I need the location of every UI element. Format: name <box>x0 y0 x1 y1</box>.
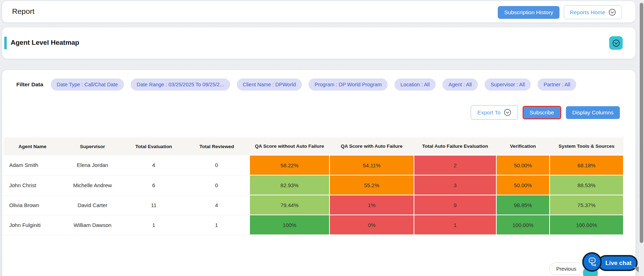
column-header: Total Reviewed <box>184 137 250 155</box>
top-bar: Report Subscription History Reports Home <box>2 1 635 22</box>
filter-chip-3[interactable]: Program : DP World Program <box>309 79 388 91</box>
display-columns-button[interactable]: Display Columns <box>566 106 620 119</box>
total-evaluation-cell: 4 <box>124 155 184 175</box>
column-header: System Tools & Sources <box>550 137 623 155</box>
heatmap-cell: 82.93% <box>250 175 329 195</box>
column-header: Total Evaluation <box>124 137 184 155</box>
chevron-down-circle-icon <box>612 39 620 47</box>
column-header: Total Auto Failure Evaluation <box>414 137 496 155</box>
subscribe-button[interactable]: Subscribe <box>524 107 560 118</box>
table-toolbar: Export To Subscribe Display Columns <box>471 105 620 120</box>
filter-chip-6[interactable]: Supervisor : All <box>485 79 531 91</box>
heatmap-cell: 50.00% <box>496 175 550 195</box>
filter-chip-7[interactable]: Partner : All <box>537 79 576 91</box>
filter-chips: Date Type : Call/Chat DateDate Range : 0… <box>51 79 576 91</box>
table-row: John FulginitiWilliam Dawson11100%0%1100… <box>4 215 623 235</box>
heatmap-cell: 58.22% <box>250 155 329 175</box>
subscription-history-button[interactable]: Subscription History <box>498 6 560 19</box>
reports-home-button[interactable]: Reports Home <box>564 5 622 19</box>
table-row: John ChristMichelle Andrew6082.93%55.2%3… <box>4 175 623 195</box>
export-to-button[interactable]: Export To <box>471 105 518 120</box>
live-chat-pill: Live chat <box>598 255 638 271</box>
heatmap-cell: 1 <box>414 215 496 235</box>
chat-bubble-icon <box>587 257 597 267</box>
filter-chip-4[interactable]: Location : All <box>394 79 436 91</box>
subscribe-highlight-box: Subscribe <box>523 106 561 119</box>
supervisor-cell: David Carter <box>61 195 124 215</box>
heatmap-cell: 75.37% <box>550 195 623 215</box>
section-header: Agent Level Heatmap <box>2 27 635 59</box>
heatmap-cell: 0% <box>329 215 414 235</box>
agent-name-cell: John Fulginiti <box>4 215 61 235</box>
heatmap-cell: 2 <box>414 155 496 175</box>
live-chat-button[interactable] <box>582 252 602 272</box>
live-chat-label: Live chat <box>605 260 632 267</box>
previous-page-button[interactable]: Previous <box>549 263 583 275</box>
total-reviewed-cell: 1 <box>184 215 250 235</box>
section-title: Agent Level Heatmap <box>11 39 79 47</box>
total-evaluation-cell: 6 <box>124 175 184 195</box>
chevron-down-circle-icon <box>608 9 616 16</box>
filter-chip-0[interactable]: Date Type : Call/Chat Date <box>51 79 124 91</box>
column-header: Supervisor <box>61 137 124 155</box>
heatmap-cell: 100.00% <box>496 215 550 235</box>
column-header: Agent Name <box>4 137 61 155</box>
total-evaluation-cell: 11 <box>124 195 184 215</box>
filter-row: Filter Data Date Type : Call/Chat DateDa… <box>16 79 621 91</box>
heatmap-cell: 3 <box>414 175 496 195</box>
live-chat-widget[interactable]: Live chat <box>582 252 638 273</box>
column-header: Verification <box>496 137 550 155</box>
heatmap-cell: 1% <box>329 195 414 215</box>
supervisor-cell: Elena Jordan <box>61 155 124 175</box>
total-reviewed-cell: 0 <box>184 155 250 175</box>
chevron-down-circle-icon <box>504 109 511 116</box>
heatmap-cell: 100.00% <box>550 215 623 235</box>
column-header: QA Score without Auto Failure <box>250 137 329 155</box>
top-actions: Subscription History Reports Home <box>498 5 622 19</box>
section-accent-bar <box>4 37 7 49</box>
table-row: Adam SmithElena Jordan4058.22%54.11%250.… <box>4 155 623 175</box>
table-header-row: Agent NameSupervisorTotal EvaluationTota… <box>4 137 623 155</box>
heatmap-cell: 100% <box>250 215 329 235</box>
agent-name-cell: John Christ <box>4 175 61 195</box>
filter-chip-5[interactable]: Agent : All <box>442 79 477 91</box>
agent-heatmap-table: Agent NameSupervisorTotal EvaluationTota… <box>4 137 624 235</box>
filter-chip-2[interactable]: Client Name : DPWorld <box>237 79 302 91</box>
heatmap-cell: 88.53% <box>550 175 623 195</box>
table-row: Olivia BrownDavid Carter11479.44%1%998.8… <box>4 195 623 215</box>
heatmap-cell: 98.85% <box>496 195 550 215</box>
vertical-scrollbar-track[interactable] <box>639 0 644 276</box>
heatmap-cell: 54.11% <box>329 155 414 175</box>
heatmap-cell: 9 <box>414 195 496 215</box>
total-evaluation-cell: 1 <box>124 215 184 235</box>
heatmap-cell: 68.18% <box>550 155 623 175</box>
supervisor-cell: William Dawson <box>61 215 124 235</box>
total-reviewed-cell: 4 <box>184 195 250 215</box>
filter-data-label: Filter Data <box>16 81 43 88</box>
collapse-section-button[interactable] <box>609 36 623 50</box>
vertical-scrollbar-thumb[interactable] <box>640 3 643 243</box>
report-panel: Filter Data Date Type : Call/Chat DateDa… <box>2 70 635 276</box>
agent-name-cell: Olivia Brown <box>4 195 61 215</box>
agent-name-cell: Adam Smith <box>4 155 61 175</box>
heatmap-cell: 50.00% <box>496 155 550 175</box>
scroll-corner-arrow-icon <box>633 266 639 273</box>
heatmap-cell: 55.2% <box>329 175 414 195</box>
page-title: Report <box>12 7 34 16</box>
filter-chip-1[interactable]: Date Range : 03/25/2025 To 09/25/2... <box>131 79 230 91</box>
heatmap-cell: 79.44% <box>250 195 329 215</box>
supervisor-cell: Michelle Andrew <box>61 175 124 195</box>
column-header: QA Score with Auto Failure <box>329 137 414 155</box>
total-reviewed-cell: 0 <box>184 175 250 195</box>
